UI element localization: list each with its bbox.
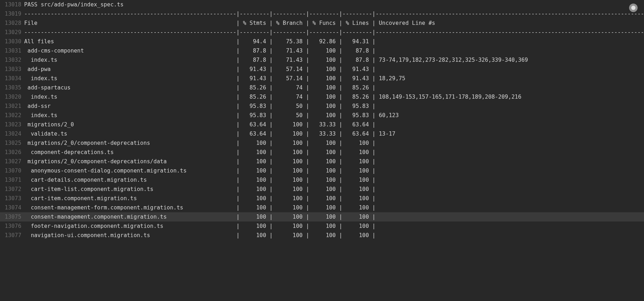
log-line: 13034 index.ts | 91.43 | 57.14 | 100 | 9…: [0, 74, 644, 83]
log-line: 13027 migrations/2_0/component-deprecati…: [0, 157, 644, 166]
log-text: add-spartacus | 85.26 | 74 | 100 | 85.26…: [24, 83, 644, 92]
log-output: 13018PASS src/add-pwa/index_spec.ts13019…: [0, 0, 644, 240]
log-text: ----------------------------------------…: [24, 9, 644, 18]
line-number: 13032: [0, 55, 24, 65]
line-number: 13019: [0, 9, 24, 18]
log-text: PASS src/add-pwa/index_spec.ts: [24, 0, 644, 9]
line-number: 13070: [0, 166, 24, 175]
log-text: anonymous-consent-dialog.component.migra…: [24, 166, 644, 175]
line-number: 13025: [0, 138, 24, 148]
log-text: index.ts | 87.8 | 71.43 | 100 | 87.8 | 7…: [24, 55, 644, 65]
log-text: footer-navigation.component.migration.ts…: [24, 221, 644, 231]
line-number: 13075: [0, 212, 24, 221]
log-line: 13075 consent-management.component.migra…: [0, 212, 644, 221]
line-number: 13021: [0, 102, 24, 111]
log-line: 13021 add-ssr | 95.83 | 50 | 100 | 95.83…: [0, 102, 644, 111]
line-number: 13077: [0, 231, 24, 240]
scroll-follow-indicator[interactable]: [629, 4, 638, 12]
log-text: validate.ts | 63.64 | 100 | 33.33 | 63.6…: [24, 129, 644, 138]
log-line: 13033 add-pwa | 91.43 | 57.14 | 100 | 91…: [0, 65, 644, 74]
line-number: 13018: [0, 0, 24, 9]
log-text: index.ts | 85.26 | 74 | 100 | 85.26 | 10…: [24, 92, 644, 102]
log-text: cart-item.component.migration.ts | 100 |…: [24, 194, 644, 203]
line-number: 13030: [0, 37, 24, 46]
log-line: 13028File | % Stmts | % Branch | % Funcs…: [0, 18, 644, 28]
line-number: 13031: [0, 46, 24, 55]
log-text: migrations/2_0/component-deprecations | …: [24, 138, 644, 148]
log-text: File | % Stmts | % Branch | % Funcs | % …: [24, 18, 644, 28]
line-number: 13027: [0, 157, 24, 166]
dot-icon: [631, 6, 635, 10]
log-text: index.ts | 95.83 | 50 | 100 | 95.83 | 60…: [24, 111, 644, 120]
log-line: 13022 index.ts | 95.83 | 50 | 100 | 95.8…: [0, 111, 644, 120]
log-text: ----------------------------------------…: [24, 28, 644, 37]
log-line: 13019-----------------------------------…: [0, 9, 644, 18]
line-number: 13020: [0, 92, 24, 102]
log-text: migrations/2_0 | 63.64 | 100 | 33.33 | 6…: [24, 120, 644, 129]
line-number: 13076: [0, 221, 24, 231]
log-line: 13029-----------------------------------…: [0, 28, 644, 37]
line-number: 13033: [0, 65, 24, 74]
line-number: 13028: [0, 18, 24, 28]
log-line: 13024 validate.ts | 63.64 | 100 | 33.33 …: [0, 129, 644, 138]
log-text: index.ts | 91.43 | 57.14 | 100 | 91.43 |…: [24, 74, 644, 83]
log-line: 13076 footer-navigation.component.migrat…: [0, 221, 644, 231]
log-text: cart-details.component.migration.ts | 10…: [24, 175, 644, 185]
log-text: component-deprecations.ts | 100 | 100 | …: [24, 148, 644, 157]
line-number: 13074: [0, 203, 24, 212]
log-line: 13073 cart-item.component.migration.ts |…: [0, 194, 644, 203]
log-text: consent-management-form.component.migrat…: [24, 203, 644, 212]
line-number: 13023: [0, 120, 24, 129]
line-number: 13034: [0, 74, 24, 83]
log-line: 13077 navigation-ui.component.migration.…: [0, 231, 644, 240]
log-line: 13031 add-cms-component | 87.8 | 71.43 |…: [0, 46, 644, 55]
line-number: 13024: [0, 129, 24, 138]
log-text: add-cms-component | 87.8 | 71.43 | 100 |…: [24, 46, 644, 55]
line-number: 13071: [0, 175, 24, 185]
line-number: 13035: [0, 83, 24, 92]
log-line: 13026 component-deprecations.ts | 100 | …: [0, 148, 644, 157]
log-line: 13025 migrations/2_0/component-deprecati…: [0, 138, 644, 148]
log-text: migrations/2_0/component-deprecations/da…: [24, 157, 644, 166]
log-line: 13018PASS src/add-pwa/index_spec.ts: [0, 0, 644, 9]
log-line: 13032 index.ts | 87.8 | 71.43 | 100 | 87…: [0, 55, 644, 65]
log-line: 13071 cart-details.component.migration.t…: [0, 175, 644, 185]
log-line: 13030All files | 94.4 | 75.38 | 92.86 | …: [0, 37, 644, 46]
line-number: 13026: [0, 148, 24, 157]
log-text: consent-management.component.migration.t…: [24, 212, 644, 221]
log-text: add-pwa | 91.43 | 57.14 | 100 | 91.43 |: [24, 65, 644, 74]
line-number: 13073: [0, 194, 24, 203]
log-text: All files | 94.4 | 75.38 | 92.86 | 94.31…: [24, 37, 644, 46]
log-line: 13072 cart-item-list.component.migration…: [0, 185, 644, 194]
line-number: 13029: [0, 28, 24, 37]
log-text: navigation-ui.component.migration.ts | 1…: [24, 231, 644, 240]
log-line: 13070 anonymous-consent-dialog.component…: [0, 166, 644, 175]
line-number: 13022: [0, 111, 24, 120]
log-text: cart-item-list.component.migration.ts | …: [24, 185, 644, 194]
line-number: 13072: [0, 185, 24, 194]
log-line: 13035 add-spartacus | 85.26 | 74 | 100 |…: [0, 83, 644, 92]
log-line: 13020 index.ts | 85.26 | 74 | 100 | 85.2…: [0, 92, 644, 102]
log-line: 13074 consent-management-form.component.…: [0, 203, 644, 212]
log-line: 13023 migrations/2_0 | 63.64 | 100 | 33.…: [0, 120, 644, 129]
log-text: add-ssr | 95.83 | 50 | 100 | 95.83 |: [24, 102, 644, 111]
